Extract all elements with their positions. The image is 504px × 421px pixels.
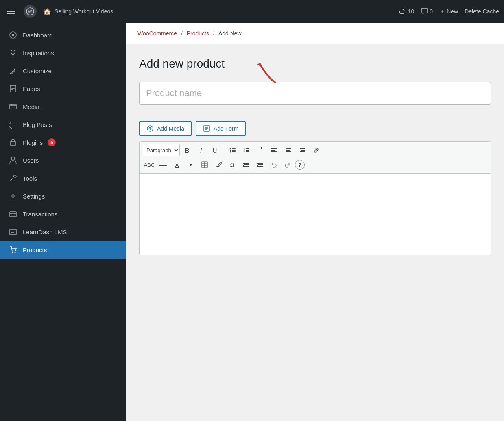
align-right-button[interactable] <box>296 144 309 156</box>
home-icon: 🏠 <box>43 8 51 15</box>
sidebar-item-label: Tools <box>23 175 37 182</box>
link-button[interactable] <box>310 144 323 156</box>
svg-rect-26 <box>232 151 236 152</box>
svg-rect-30 <box>246 150 249 151</box>
indent-button[interactable] <box>240 159 253 171</box>
svg-rect-32 <box>246 151 249 152</box>
editor-content[interactable] <box>140 174 491 255</box>
svg-point-16 <box>12 252 13 253</box>
text-color-dropdown[interactable]: ▼ <box>184 159 197 171</box>
admin-bar-right: 10 0 ＋ New Delete Cache <box>398 8 499 15</box>
editor-toolbar-row-1: Paragraph B I U 1.2.3. " <box>143 144 487 156</box>
sidebar-item-dashboard[interactable]: Dashboard <box>0 26 126 44</box>
svg-point-13 <box>12 195 14 197</box>
page-content: Add new product Add Media <box>126 44 504 421</box>
svg-text:W: W <box>28 9 32 14</box>
sidebar-item-inspirations[interactable]: Inspirations <box>0 44 126 62</box>
new-label: New <box>447 8 458 15</box>
dashboard-icon <box>8 30 18 40</box>
strikethrough-button[interactable]: ABC <box>143 159 156 171</box>
sidebar-item-label: Pages <box>23 85 40 92</box>
sidebar: Dashboard Inspirations Customize Pages M… <box>0 23 126 421</box>
sidebar-item-products[interactable]: Products <box>0 241 126 259</box>
unordered-list-button[interactable] <box>227 144 240 156</box>
breadcrumb-woocommerce[interactable]: WooCommerce <box>137 30 177 37</box>
page-title: Add new product <box>139 57 491 70</box>
sidebar-item-label: Settings <box>23 193 45 200</box>
italic-button[interactable]: I <box>194 144 207 156</box>
add-form-button[interactable]: Add Form <box>196 121 246 136</box>
undo-button[interactable] <box>267 159 280 171</box>
svg-rect-37 <box>286 150 290 151</box>
svg-rect-43 <box>243 163 249 164</box>
svg-rect-46 <box>257 163 263 164</box>
svg-point-21 <box>230 148 231 149</box>
svg-rect-45 <box>243 166 249 167</box>
horizontal-rule-button[interactable]: — <box>157 159 170 171</box>
svg-rect-48 <box>257 166 263 167</box>
paragraph-select[interactable]: Paragraph <box>143 144 180 156</box>
svg-rect-22 <box>232 148 236 149</box>
outdent-button[interactable] <box>253 159 266 171</box>
add-media-button[interactable]: Add Media <box>139 121 192 136</box>
wordpress-logo[interactable]: W <box>24 5 37 18</box>
users-icon <box>8 155 18 165</box>
editor-toolbar-row-2: ABC — A ▼ Ω <box>143 159 487 171</box>
svg-point-7 <box>11 50 15 54</box>
svg-rect-11 <box>10 142 16 145</box>
product-name-input[interactable] <box>139 82 491 105</box>
comment-count: 0 <box>430 8 433 15</box>
site-name: Selling Workout Videos <box>55 8 113 15</box>
plugins-icon <box>8 137 18 147</box>
sidebar-item-tools[interactable]: Tools <box>0 169 126 187</box>
blockquote-button[interactable]: " <box>254 144 267 156</box>
svg-point-17 <box>15 252 16 253</box>
sidebar-item-transactions[interactable]: Transactions <box>0 205 126 223</box>
svg-rect-28 <box>246 148 249 149</box>
update-count[interactable]: 10 <box>398 8 415 15</box>
admin-bar-site[interactable]: 🏠 Selling Workout Videos <box>43 8 113 15</box>
align-center-button[interactable] <box>282 144 295 156</box>
svg-rect-34 <box>271 150 275 151</box>
sidebar-item-customize[interactable]: Customize <box>0 62 126 80</box>
table-button[interactable] <box>198 159 211 171</box>
help-button[interactable]: ? <box>295 160 305 170</box>
sidebar-item-media[interactable]: Media <box>0 98 126 116</box>
underline-button[interactable]: U <box>208 144 221 156</box>
sidebar-item-learndash[interactable]: LearnDash LMS <box>0 223 126 241</box>
special-chars-button[interactable]: Ω <box>226 159 239 171</box>
transactions-icon <box>8 209 18 219</box>
comment-icon[interactable]: 0 <box>421 8 433 15</box>
text-color-button[interactable]: A <box>170 159 183 171</box>
new-button[interactable]: ＋ New <box>439 8 458 15</box>
svg-rect-14 <box>10 212 16 217</box>
content-area: WooCommerce / Products / Add New Add new… <box>126 23 504 421</box>
svg-point-23 <box>230 150 231 151</box>
svg-rect-33 <box>271 148 277 149</box>
bold-button[interactable]: B <box>181 144 194 156</box>
media-icon <box>8 102 18 111</box>
settings-icon <box>8 191 18 201</box>
redo-button[interactable] <box>281 159 294 171</box>
eraser-button[interactable] <box>212 159 225 171</box>
sidebar-item-users[interactable]: Users <box>0 151 126 169</box>
ordered-list-button[interactable]: 1.2.3. <box>240 144 253 156</box>
tools-icon <box>8 173 18 183</box>
sidebar-item-pages[interactable]: Pages <box>0 80 126 98</box>
sidebar-item-settings[interactable]: Settings <box>0 187 126 205</box>
add-media-icon <box>146 125 154 132</box>
svg-rect-1 <box>7 11 15 12</box>
pages-icon <box>8 84 18 94</box>
svg-rect-36 <box>286 148 291 149</box>
align-left-button[interactable] <box>268 144 281 156</box>
sidebar-item-label: Customize <box>23 68 52 74</box>
update-number: 10 <box>408 8 415 15</box>
breadcrumb-current: Add New <box>218 30 242 37</box>
sidebar-item-plugins[interactable]: Plugins 5 <box>0 133 126 151</box>
editor-container: Paragraph B I U 1.2.3. " <box>139 141 491 255</box>
breadcrumb-products[interactable]: Products <box>187 30 209 37</box>
sidebar-toggle-icon[interactable] <box>5 5 17 17</box>
sidebar-item-label: LearnDash LMS <box>23 229 67 236</box>
delete-cache-button[interactable]: Delete Cache <box>465 8 499 15</box>
sidebar-item-blog-posts[interactable]: Blog Posts <box>0 116 126 133</box>
